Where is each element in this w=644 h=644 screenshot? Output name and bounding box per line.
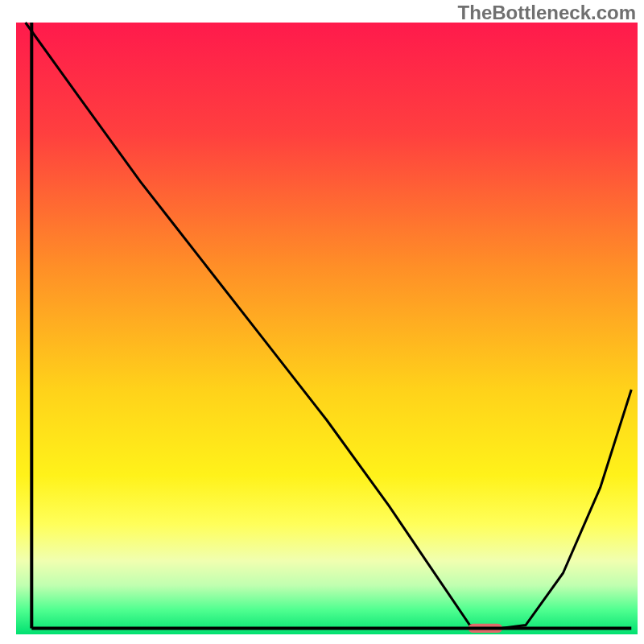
plot-background [16, 23, 638, 634]
chart-container: TheBottleneck.com [0, 0, 644, 644]
chart-svg [0, 0, 644, 644]
watermark-text: TheBottleneck.com [458, 2, 636, 24]
